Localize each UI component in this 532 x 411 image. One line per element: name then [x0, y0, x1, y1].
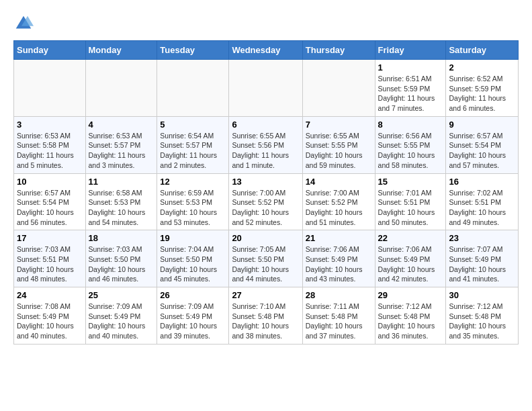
day-number: 28 — [306, 290, 372, 300]
day-info: Sunrise: 6:51 AM Sunset: 5:59 PM Dayligh… — [378, 74, 443, 113]
day-number: 12 — [160, 177, 226, 187]
logo-icon — [13, 13, 34, 34]
calendar-day-cell: 10Sunrise: 6:57 AM Sunset: 5:54 PM Dayli… — [14, 173, 86, 230]
day-info: Sunrise: 7:12 AM Sunset: 5:48 PM Dayligh… — [378, 302, 443, 341]
day-info: Sunrise: 7:04 AM Sunset: 5:50 PM Dayligh… — [160, 244, 226, 284]
day-number: 18 — [89, 233, 154, 243]
day-info: Sunrise: 6:57 AM Sunset: 5:54 PM Dayligh… — [17, 188, 83, 228]
day-info: Sunrise: 7:07 AM Sunset: 5:49 PM Dayligh… — [449, 244, 515, 284]
day-number: 7 — [306, 120, 372, 130]
day-number: 13 — [232, 177, 299, 187]
day-number: 17 — [17, 233, 83, 243]
calendar-day-cell: 29Sunrise: 7:12 AM Sunset: 5:48 PM Dayli… — [375, 287, 446, 345]
day-info: Sunrise: 7:10 AM Sunset: 5:48 PM Dayligh… — [232, 302, 299, 341]
calendar-day-cell: 11Sunrise: 6:58 AM Sunset: 5:53 PM Dayli… — [85, 173, 157, 230]
calendar-day-cell — [302, 60, 375, 117]
calendar-day-cell: 1Sunrise: 6:51 AM Sunset: 5:59 PM Daylig… — [375, 60, 446, 117]
calendar-day-cell: 6Sunrise: 6:55 AM Sunset: 5:56 PM Daylig… — [229, 116, 302, 173]
day-of-week-header: Sunday — [14, 41, 86, 60]
day-number: 6 — [232, 120, 299, 130]
day-number: 30 — [449, 290, 515, 300]
day-of-week-header: Saturday — [446, 41, 519, 60]
calendar-day-cell — [14, 60, 86, 117]
calendar-day-cell: 20Sunrise: 7:05 AM Sunset: 5:50 PM Dayli… — [229, 230, 302, 287]
calendar-day-cell: 3Sunrise: 6:53 AM Sunset: 5:58 PM Daylig… — [14, 116, 86, 173]
calendar-day-cell: 28Sunrise: 7:11 AM Sunset: 5:48 PM Dayli… — [302, 287, 375, 345]
calendar-day-cell: 2Sunrise: 6:52 AM Sunset: 5:59 PM Daylig… — [446, 60, 519, 117]
calendar-day-cell: 27Sunrise: 7:10 AM Sunset: 5:48 PM Dayli… — [229, 287, 302, 345]
calendar-day-cell: 4Sunrise: 6:53 AM Sunset: 5:57 PM Daylig… — [85, 116, 157, 173]
day-number: 1 — [378, 62, 443, 73]
day-info: Sunrise: 7:00 AM Sunset: 5:52 PM Dayligh… — [306, 188, 372, 228]
day-number: 24 — [17, 290, 83, 300]
calendar-day-cell: 19Sunrise: 7:04 AM Sunset: 5:50 PM Dayli… — [157, 230, 229, 287]
day-number: 25 — [89, 290, 154, 300]
day-number: 3 — [17, 120, 83, 130]
day-of-week-header: Monday — [85, 41, 157, 60]
day-info: Sunrise: 7:00 AM Sunset: 5:52 PM Dayligh… — [232, 188, 299, 228]
day-number: 19 — [160, 233, 226, 243]
calendar-week-row: 3Sunrise: 6:53 AM Sunset: 5:58 PM Daylig… — [14, 116, 519, 173]
calendar-day-cell: 14Sunrise: 7:00 AM Sunset: 5:52 PM Dayli… — [302, 173, 375, 230]
calendar-day-cell: 13Sunrise: 7:00 AM Sunset: 5:52 PM Dayli… — [229, 173, 302, 230]
day-number: 11 — [89, 177, 154, 187]
calendar-day-cell: 5Sunrise: 6:54 AM Sunset: 5:57 PM Daylig… — [157, 116, 229, 173]
day-info: Sunrise: 6:55 AM Sunset: 5:55 PM Dayligh… — [306, 131, 372, 171]
day-info: Sunrise: 7:03 AM Sunset: 5:50 PM Dayligh… — [89, 244, 154, 284]
calendar-week-row: 24Sunrise: 7:08 AM Sunset: 5:49 PM Dayli… — [14, 287, 519, 345]
day-info: Sunrise: 6:57 AM Sunset: 5:54 PM Dayligh… — [449, 131, 515, 171]
calendar-day-cell: 26Sunrise: 7:09 AM Sunset: 5:49 PM Dayli… — [157, 287, 229, 345]
day-number: 9 — [449, 120, 515, 130]
day-info: Sunrise: 7:09 AM Sunset: 5:49 PM Dayligh… — [89, 302, 154, 341]
day-number: 20 — [232, 233, 299, 243]
calendar-day-cell — [229, 60, 302, 117]
calendar-day-cell: 9Sunrise: 6:57 AM Sunset: 5:54 PM Daylig… — [446, 116, 519, 173]
calendar-day-cell: 15Sunrise: 7:01 AM Sunset: 5:51 PM Dayli… — [375, 173, 446, 230]
calendar-day-cell: 30Sunrise: 7:12 AM Sunset: 5:48 PM Dayli… — [446, 287, 519, 345]
calendar-week-row: 1Sunrise: 6:51 AM Sunset: 5:59 PM Daylig… — [14, 60, 519, 117]
day-number: 14 — [306, 177, 372, 187]
day-number: 29 — [378, 290, 443, 300]
calendar-day-cell: 23Sunrise: 7:07 AM Sunset: 5:49 PM Dayli… — [446, 230, 519, 287]
day-info: Sunrise: 7:08 AM Sunset: 5:49 PM Dayligh… — [17, 302, 83, 341]
day-number: 2 — [449, 62, 515, 73]
calendar-day-cell: 25Sunrise: 7:09 AM Sunset: 5:49 PM Dayli… — [85, 287, 157, 345]
day-number: 15 — [378, 177, 443, 187]
day-of-week-header: Thursday — [302, 41, 375, 60]
logo — [13, 13, 36, 34]
calendar-day-cell — [157, 60, 229, 117]
day-info: Sunrise: 6:59 AM Sunset: 5:53 PM Dayligh… — [160, 188, 226, 228]
day-info: Sunrise: 7:01 AM Sunset: 5:51 PM Dayligh… — [378, 188, 443, 228]
day-number: 4 — [89, 120, 154, 130]
calendar-day-cell: 12Sunrise: 6:59 AM Sunset: 5:53 PM Dayli… — [157, 173, 229, 230]
day-info: Sunrise: 7:11 AM Sunset: 5:48 PM Dayligh… — [306, 302, 372, 341]
calendar-day-cell — [85, 60, 157, 117]
day-info: Sunrise: 6:58 AM Sunset: 5:53 PM Dayligh… — [89, 188, 154, 228]
day-number: 21 — [306, 233, 372, 243]
calendar-week-row: 10Sunrise: 6:57 AM Sunset: 5:54 PM Dayli… — [14, 173, 519, 230]
calendar-day-cell: 21Sunrise: 7:06 AM Sunset: 5:49 PM Dayli… — [302, 230, 375, 287]
day-number: 27 — [232, 290, 299, 300]
calendar-day-cell: 24Sunrise: 7:08 AM Sunset: 5:49 PM Dayli… — [14, 287, 86, 345]
day-info: Sunrise: 6:56 AM Sunset: 5:55 PM Dayligh… — [378, 131, 443, 171]
calendar-header-row: SundayMondayTuesdayWednesdayThursdayFrid… — [14, 41, 519, 60]
calendar-day-cell: 18Sunrise: 7:03 AM Sunset: 5:50 PM Dayli… — [85, 230, 157, 287]
day-number: 16 — [449, 177, 515, 187]
day-of-week-header: Wednesday — [229, 41, 302, 60]
page-header — [13, 13, 519, 34]
calendar-day-cell: 17Sunrise: 7:03 AM Sunset: 5:51 PM Dayli… — [14, 230, 86, 287]
day-number: 22 — [378, 233, 443, 243]
day-info: Sunrise: 7:09 AM Sunset: 5:49 PM Dayligh… — [160, 302, 226, 341]
day-number: 23 — [449, 233, 515, 243]
day-info: Sunrise: 7:06 AM Sunset: 5:49 PM Dayligh… — [378, 244, 443, 284]
day-info: Sunrise: 7:06 AM Sunset: 5:49 PM Dayligh… — [306, 244, 372, 284]
calendar-week-row: 17Sunrise: 7:03 AM Sunset: 5:51 PM Dayli… — [14, 230, 519, 287]
calendar-day-cell: 8Sunrise: 6:56 AM Sunset: 5:55 PM Daylig… — [375, 116, 446, 173]
calendar-table: SundayMondayTuesdayWednesdayThursdayFrid… — [13, 40, 519, 345]
calendar-day-cell: 7Sunrise: 6:55 AM Sunset: 5:55 PM Daylig… — [302, 116, 375, 173]
calendar-day-cell: 22Sunrise: 7:06 AM Sunset: 5:49 PM Dayli… — [375, 230, 446, 287]
day-number: 26 — [160, 290, 226, 300]
day-info: Sunrise: 6:53 AM Sunset: 5:58 PM Dayligh… — [17, 131, 83, 171]
day-info: Sunrise: 6:52 AM Sunset: 5:59 PM Dayligh… — [449, 74, 515, 113]
day-info: Sunrise: 7:05 AM Sunset: 5:50 PM Dayligh… — [232, 244, 299, 284]
